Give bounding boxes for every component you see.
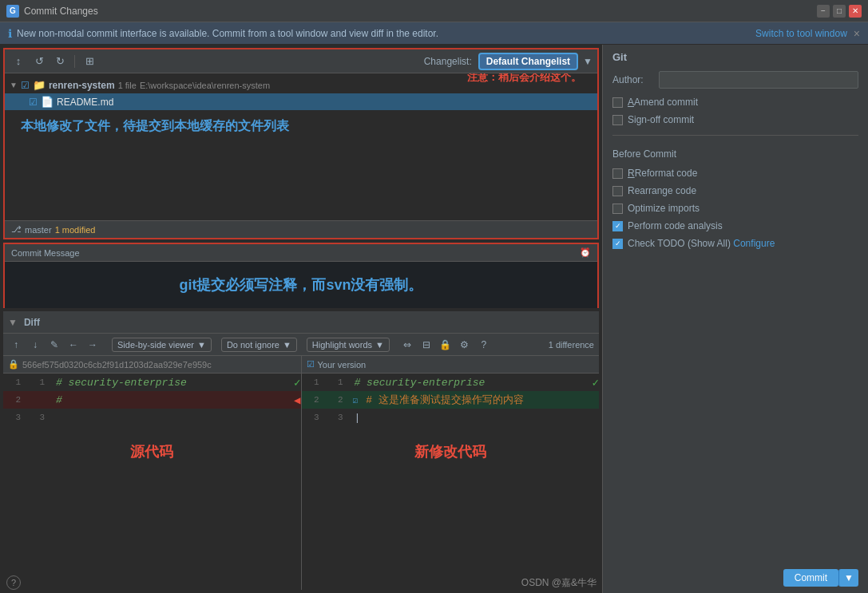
right-code-area[interactable]: 1 1 # security-enterprise ✓ 2 2 ☑ # 这是准备… — [302, 374, 600, 590]
ignore-label: Do not ignore — [227, 340, 279, 350]
help-button[interactable]: ? — [6, 575, 21, 590]
ignore-dropdown[interactable]: Do not ignore ▼ — [221, 338, 297, 352]
info-bar-close[interactable]: × — [854, 27, 860, 40]
changelist-arrow[interactable]: ▼ — [583, 56, 593, 67]
diff-edit-button[interactable]: ✎ — [46, 337, 62, 353]
maximize-button[interactable]: □ — [833, 5, 846, 18]
changelist-dropdown[interactable]: Default Changelist — [478, 53, 578, 70]
reformat-checkbox[interactable] — [612, 168, 623, 179]
diff-section: ▼ Diff ↑ ↓ ✎ ← → Side-by-side viewer ▼ D… — [3, 311, 599, 590]
reformat-row: RReformat code — [612, 168, 858, 179]
right-line-2: 2 2 ☑ # 这是准备测试提交操作写的内容 — [302, 391, 600, 409]
modified-count: 1 modified — [55, 225, 96, 235]
left-code-1: # security-enterprise — [51, 377, 294, 389]
amend-label: AAmend commit — [628, 97, 698, 108]
diff-down-button[interactable]: ↓ — [27, 337, 43, 353]
root-checkbox[interactable]: ☑ — [21, 80, 30, 91]
version-label: Your version — [318, 360, 367, 370]
app-icon: G — [6, 5, 19, 18]
signoff-label: Sign-off commit — [628, 114, 694, 125]
perform-row: Perform code analysis — [612, 220, 858, 231]
author-input[interactable] — [659, 71, 858, 89]
right-linenum-3b: 3 — [326, 413, 350, 422]
git-title: Git — [612, 51, 858, 63]
right-check-1: ✓ — [593, 376, 599, 389]
files-annotation: 本地修改了文件，待提交到本地缓存的文件列表 — [21, 118, 289, 135]
project-name: renren-system — [49, 80, 115, 91]
right-line-3: 3 3 | — [302, 409, 600, 426]
amend-row: AAmend commit — [612, 97, 858, 108]
settings-button[interactable]: ⚙ — [457, 337, 473, 353]
window-title: Commit Changes — [24, 6, 817, 17]
commit-message-text[interactable]: git提交必须写注释，而svn没有强制。 — [179, 275, 422, 295]
left-linenum-3b: 3 — [27, 413, 51, 422]
checktodo-label: Check TODO (Show All) Configure — [628, 238, 775, 249]
file-hash-bar: 🔒 566ef575d0320c6cb2f91d1203d2aa929e7e95… — [3, 356, 301, 374]
viewer-dropdown[interactable]: Side-by-side viewer ▼ — [112, 338, 212, 352]
diff-count: 1 difference — [549, 340, 594, 350]
optimize-checkbox[interactable] — [612, 204, 623, 214]
configure-link[interactable]: Configure — [733, 238, 775, 249]
author-row: Author: — [612, 71, 858, 89]
git-panel: Git Author: AAmend commit Sign-off commi… — [603, 45, 868, 593]
file-tree: ▼ ☑ 📁 renren-system 1 file E:\workspace\… — [5, 73, 597, 220]
item-checkbox[interactable]: ☑ — [29, 97, 38, 108]
tree-root-item[interactable]: ▼ ☑ 📁 renren-system 1 file E:\workspace\… — [5, 77, 597, 93]
refresh-button[interactable]: ↻ — [51, 53, 69, 70]
diff-up-button[interactable]: ↑ — [8, 337, 24, 353]
sync-button[interactable]: ⇔ — [399, 337, 415, 353]
left-lock-icon: 🔒 — [8, 359, 19, 370]
left-code-2: # — [51, 394, 292, 406]
ignore-arrow: ▼ — [283, 340, 291, 350]
undo-button[interactable]: ↺ — [30, 53, 48, 70]
main-layout: ↕ ↺ ↻ ⊞ Changelist: Default Changelist ▼… — [0, 45, 868, 593]
files-status-bar: ⎇ master 1 modified — [5, 220, 597, 238]
removed-indicator: ◀ — [294, 393, 300, 407]
commit-button[interactable]: Commit — [783, 569, 838, 587]
left-check-1: ✓ — [294, 376, 300, 389]
before-commit-title: Before Commit — [612, 148, 858, 160]
toolbar-separator — [74, 55, 75, 68]
rearrange-checkbox[interactable] — [612, 186, 623, 196]
lock-diff-button[interactable]: 🔒 — [438, 337, 454, 353]
file-count: 1 file — [118, 81, 137, 90]
diff-back-button[interactable]: ← — [65, 337, 81, 353]
signoff-checkbox[interactable] — [612, 115, 623, 125]
diff-collapse-arrow[interactable]: ▼ — [8, 317, 18, 328]
highlight-label: Highlight words — [312, 340, 372, 350]
switch-to-tool-window-link[interactable]: Switch to tool window — [755, 28, 847, 39]
commit-buttons-area: Commit ▼ — [612, 569, 858, 587]
close-button[interactable]: ✕ — [849, 5, 862, 18]
commit-message-body[interactable]: git提交必须写注释，而svn没有强制。 — [5, 262, 597, 308]
perform-checkbox[interactable] — [612, 221, 623, 231]
file-tree-item[interactable]: ☑ 📄 README.md — [5, 93, 597, 110]
right-code-2: # 这是准备测试提交操作写的内容 — [361, 393, 599, 407]
left-linenum-2: 2 — [3, 395, 27, 405]
viewer-arrow: ▼ — [197, 340, 206, 350]
highlight-dropdown[interactable]: Highlight words ▼ — [307, 338, 390, 352]
file-path: E:\workspace\idea\renren-system — [140, 81, 270, 90]
right-checkbox-2[interactable]: ☑ — [353, 395, 359, 405]
left-code-area[interactable]: 1 1 # security-enterprise ✓ 2 # ◀ — [3, 374, 301, 590]
left-line-1: 1 1 # security-enterprise ✓ — [3, 374, 301, 391]
clock-icon[interactable]: ⏰ — [580, 247, 591, 258]
version-bar: ☑ Your version — [302, 356, 600, 374]
file-name: README.md — [57, 97, 113, 108]
expand-all-button[interactable]: ↕ — [10, 53, 27, 70]
author-label: Author: — [612, 74, 652, 85]
commit-dropdown-button[interactable]: ▼ — [838, 569, 858, 587]
group-button[interactable]: ⊞ — [81, 53, 98, 70]
newcode-annotation: 新修改代码 — [414, 442, 486, 461]
amend-checkbox[interactable] — [612, 97, 623, 108]
minimize-button[interactable]: − — [817, 5, 830, 18]
diff-help-button[interactable]: ? — [476, 337, 492, 353]
right-linenum-2: 2 — [302, 395, 326, 405]
file-icon: 📄 — [41, 96, 54, 108]
checktodo-checkbox[interactable] — [612, 239, 623, 249]
files-section: ↕ ↺ ↻ ⊞ Changelist: Default Changelist ▼… — [3, 48, 599, 239]
diff-forward-button[interactable]: → — [85, 337, 101, 353]
rearrange-row: Rearrange code — [612, 185, 858, 196]
right-line-1: 1 1 # security-enterprise ✓ — [302, 374, 600, 391]
left-linenum-3: 3 — [3, 413, 27, 422]
columns-button[interactable]: ⊟ — [418, 337, 434, 353]
